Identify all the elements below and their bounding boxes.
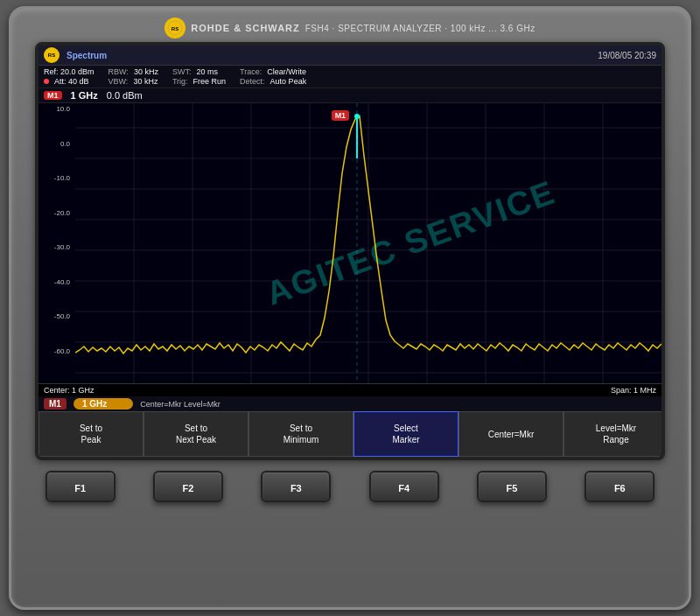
detect-value: Auto Peak bbox=[270, 77, 307, 86]
f2-key[interactable]: F2 bbox=[153, 471, 223, 502]
softkey-1-line2: Peak bbox=[81, 434, 102, 445]
rbw-label: RBW: bbox=[108, 67, 129, 76]
softkey-4-line1: Select bbox=[394, 423, 418, 434]
readout-m1-badge: M1 bbox=[44, 398, 66, 410]
readout-freq-value: 1 GHz bbox=[74, 398, 133, 410]
chart-area: 10.0 0.0 -10.0 -20.0 -30.0 -40.0 -50.0 -… bbox=[38, 103, 662, 383]
param-trig: Trig: Free Run bbox=[172, 77, 226, 86]
readout-extra: Center=Mkr Level=Mkr bbox=[140, 400, 220, 409]
screen-title: Spectrum bbox=[66, 51, 107, 60]
softkey-3-line1: Set to bbox=[290, 423, 312, 434]
marker-level: 0.0 dBm bbox=[107, 90, 143, 101]
model-name: FSH4 · SPECTRUM ANALYZER · 100 kHz ... 3… bbox=[305, 24, 536, 33]
y-label-m50: -50.0 bbox=[40, 312, 74, 320]
center-freq-display: Center: 1 GHz bbox=[44, 386, 94, 395]
softkey-3-line2: Minimum bbox=[284, 434, 319, 445]
softkey-6-line1: Level=Mkr bbox=[596, 423, 636, 434]
param-trace: Trace: Clear/Write bbox=[240, 67, 306, 76]
y-label-0: 0.0 bbox=[40, 140, 74, 148]
softkey-select-marker[interactable]: Select Marker bbox=[354, 411, 458, 457]
att-dot bbox=[44, 79, 49, 84]
trig-value: Free Run bbox=[193, 77, 227, 86]
detect-label: Detect: bbox=[240, 77, 265, 86]
param-rbw: RBW: 30 kHz bbox=[108, 67, 158, 76]
f4-key[interactable]: F4 bbox=[369, 471, 439, 502]
f6-key[interactable]: F6 bbox=[584, 471, 654, 502]
f5-key[interactable]: F5 bbox=[477, 471, 547, 502]
marker-readout-bar: M1 1 GHz Center=Mkr Level=Mkr bbox=[38, 396, 662, 411]
param-att: Att: 40 dB bbox=[44, 77, 94, 86]
spectrum-svg bbox=[75, 103, 662, 383]
screen-rs-logo: RS bbox=[44, 47, 60, 63]
y-label-m30: -30.0 bbox=[40, 243, 74, 251]
y-label-m60: -60.0 bbox=[40, 347, 74, 355]
vbw-value: 30 kHz bbox=[133, 77, 158, 86]
svg-text:RS: RS bbox=[172, 26, 178, 32]
softkey-2-line1: Set to bbox=[185, 423, 207, 434]
att-value: Att: 40 dB bbox=[54, 77, 89, 86]
brand-logo: RS ROHDE & SCHWARZ FSH4 · SPECTRUM ANALY… bbox=[164, 18, 535, 38]
swt-label: SWT: bbox=[172, 67, 192, 76]
f3-key[interactable]: F3 bbox=[261, 471, 331, 502]
screen-params: Ref: 20.0 dBm Att: 40 dB RBW: 30 kHz VBW… bbox=[38, 66, 662, 88]
trig-label: Trig: bbox=[172, 77, 188, 86]
param-vbw: VBW: 30 kHz bbox=[108, 77, 158, 86]
brand-name: ROHDE & SCHWARZ bbox=[191, 23, 299, 33]
y-axis: 10.0 0.0 -10.0 -20.0 -30.0 -40.0 -50.0 -… bbox=[38, 103, 75, 383]
softkey-bar: Set to Peak Set to Next Peak Set to Mini… bbox=[38, 411, 665, 457]
top-bar: RS ROHDE & SCHWARZ FSH4 · SPECTRUM ANALY… bbox=[22, 16, 678, 42]
rbw-value: 30 kHz bbox=[134, 67, 158, 76]
param-group-bw: RBW: 30 kHz VBW: 30 kHz bbox=[108, 67, 158, 86]
device-body: RS ROHDE & SCHWARZ FSH4 · SPECTRUM ANALY… bbox=[9, 6, 691, 610]
y-label-10: 10.0 bbox=[40, 105, 74, 113]
param-group-swt-trig: SWT: 20 ms Trig: Free Run bbox=[172, 67, 226, 86]
softkey-set-minimum[interactable]: Set to Minimum bbox=[248, 411, 354, 457]
screen-bezel: RS Spectrum 19/08/05 20:39 Ref: 20.0 dBm… bbox=[35, 42, 665, 460]
span-display: Span: 1 MHz bbox=[611, 386, 656, 395]
trace-label: Trace: bbox=[240, 67, 262, 76]
softkey-5-line1: Center=Mkr bbox=[488, 429, 535, 440]
marker-header: M1 1 GHz 0.0 dBm bbox=[38, 88, 662, 103]
ref-value: Ref: 20.0 dBm bbox=[44, 67, 94, 76]
param-detect: Detect: Auto Peak bbox=[240, 77, 306, 86]
softkey-1-line1: Set to bbox=[80, 423, 102, 434]
param-group-ref-att: Ref: 20.0 dBm Att: 40 dB bbox=[44, 67, 94, 86]
y-label-m10: -10.0 bbox=[40, 174, 74, 182]
softkey-center-mkr[interactable]: Center=Mkr bbox=[458, 411, 564, 457]
y-label-m40: -40.0 bbox=[40, 278, 74, 286]
screen-datetime: 19/08/05 20:39 bbox=[598, 51, 656, 60]
softkey-level-mkr-range[interactable]: Level=Mkr Range bbox=[564, 411, 665, 457]
param-group-trace-detect: Trace: Clear/Write Detect: Auto Peak bbox=[240, 67, 306, 86]
y-label-m20: -20.0 bbox=[40, 209, 74, 217]
swt-value: 20 ms bbox=[196, 67, 218, 76]
softkey-set-next-peak[interactable]: Set to Next Peak bbox=[144, 411, 248, 457]
param-swt: SWT: 20 ms bbox=[172, 67, 226, 76]
function-keys: F1 F2 F3 F4 F5 F6 bbox=[9, 464, 691, 506]
f1-key[interactable]: F1 bbox=[46, 471, 116, 502]
trace-value: Clear/Write bbox=[267, 67, 306, 76]
softkey-4-line2: Marker bbox=[392, 434, 419, 445]
marker-id-badge: M1 bbox=[44, 91, 62, 100]
param-ref: Ref: 20.0 dBm bbox=[44, 67, 94, 76]
bottom-bar: Center: 1 GHz Span: 1 MHz bbox=[38, 383, 662, 396]
marker-frequency: 1 GHz bbox=[71, 90, 98, 101]
rs-logo: RS bbox=[164, 18, 186, 38]
softkey-set-peak[interactable]: Set to Peak bbox=[38, 411, 144, 457]
softkey-6-line2: Range bbox=[603, 434, 628, 445]
screen-header: RS Spectrum 19/08/05 20:39 bbox=[38, 46, 662, 66]
vbw-label: VBW: bbox=[108, 77, 129, 86]
softkey-2-line2: Next Peak bbox=[176, 434, 216, 445]
